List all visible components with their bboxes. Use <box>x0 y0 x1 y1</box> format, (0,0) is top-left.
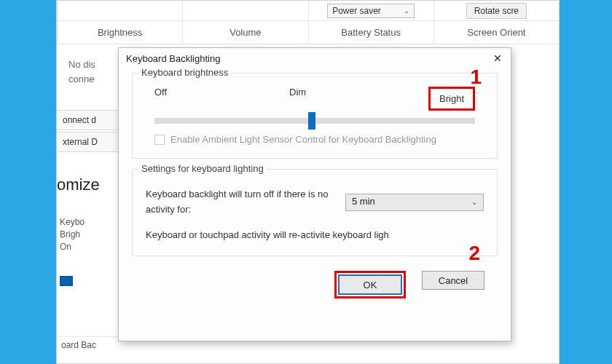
timeout-dropdown[interactable]: 5 min ⌄ <box>345 194 484 211</box>
label-battery: Battery Status <box>308 21 434 44</box>
slider-thumb-icon[interactable] <box>60 276 73 286</box>
label-orientation: Screen Orient <box>434 21 559 44</box>
slider-label-bright-highlight: Bright 1 <box>428 87 475 111</box>
rotate-screen-label: Rotate scre <box>474 6 519 16</box>
category-labels-row: Brightness Volume Battery Status Screen … <box>57 21 559 44</box>
timeout-label: Keyboard backlight will turn off if ther… <box>146 187 334 218</box>
ambient-sensor-row[interactable]: Enable Ambient Light Sensor Control for … <box>154 134 484 145</box>
dialog-title: Keyboard Backlighting <box>126 53 220 64</box>
power-mode-cell: Power saver ⌄ <box>308 1 434 20</box>
power-mode-value: Power saver <box>332 6 381 16</box>
ok-button-highlight: OK <box>334 271 406 298</box>
close-icon: ✕ <box>493 52 502 64</box>
slider-label-bright: Bright <box>439 93 464 104</box>
chevron-down-icon: ⌄ <box>471 197 477 208</box>
settings-legend: Settings for keyboard lighting <box>138 163 267 174</box>
chevron-down-icon: ⌄ <box>404 7 409 15</box>
customize-heading: omize <box>57 175 100 194</box>
top-controls-row: Power saver ⌄ Rotate scre <box>57 1 559 21</box>
kb-tile-line2: Brigh <box>60 229 80 240</box>
ambient-sensor-checkbox[interactable] <box>154 135 165 145</box>
keyboard-backlighting-dialog: Keyboard Backlighting ✕ Keyboard brightn… <box>118 47 511 341</box>
slider-label-dim: Dim <box>289 87 306 111</box>
cancel-label: Cancel <box>439 275 468 286</box>
dialog-button-row: 2 OK Cancel <box>132 266 498 298</box>
brightness-slider[interactable] <box>154 118 475 124</box>
callout-1: 1 <box>470 66 482 89</box>
label-volume: Volume <box>182 21 307 44</box>
status-line-2: conne <box>68 74 94 84</box>
rotate-cell: Rotate scre <box>434 1 559 20</box>
dialog-body: Keyboard brightness Off Dim Bright 1 Ena… <box>119 68 511 306</box>
brightness-groupbox: Keyboard brightness Off Dim Bright 1 Ena… <box>132 73 498 159</box>
kb-tile-line3: On <box>60 242 71 252</box>
volume-slider-cell <box>182 1 307 20</box>
status-line-1: No dis <box>68 59 95 70</box>
side-item-connect[interactable]: onnect d <box>57 110 122 130</box>
close-button[interactable]: ✕ <box>487 50 508 66</box>
brightness-slider-thumb[interactable] <box>308 112 315 130</box>
ok-label: OK <box>364 280 377 290</box>
brightness-slider-cell <box>57 1 182 20</box>
ok-button[interactable]: OK <box>339 275 401 294</box>
slider-label-row: Off Dim Bright 1 <box>154 87 475 111</box>
rotate-screen-button[interactable]: Rotate scre <box>466 3 527 19</box>
brightness-legend: Keyboard brightness <box>138 67 231 78</box>
callout-2: 2 <box>468 242 480 265</box>
kb-tile-line1: Keybo <box>60 217 85 227</box>
cancel-button[interactable]: Cancel <box>422 271 484 290</box>
timeout-value: 5 min <box>352 194 375 210</box>
side-item-external[interactable]: xternal D <box>57 132 122 152</box>
side-button-list: onnect d xternal D <box>57 110 122 154</box>
power-mode-dropdown[interactable]: Power saver ⌄ <box>327 4 415 18</box>
settings-groupbox: Settings for keyboard lighting Keyboard … <box>132 169 498 256</box>
ambient-sensor-label: Enable Ambient Light Sensor Control for … <box>170 134 436 145</box>
label-brightness: Brightness <box>57 21 182 44</box>
timeout-row: Keyboard backlight will turn off if ther… <box>146 187 484 218</box>
reactivate-text: Keyboard or touchpad activity will re-ac… <box>146 228 484 243</box>
slider-label-off: Off <box>154 87 167 111</box>
dialog-titlebar[interactable]: Keyboard Backlighting ✕ <box>119 48 511 68</box>
